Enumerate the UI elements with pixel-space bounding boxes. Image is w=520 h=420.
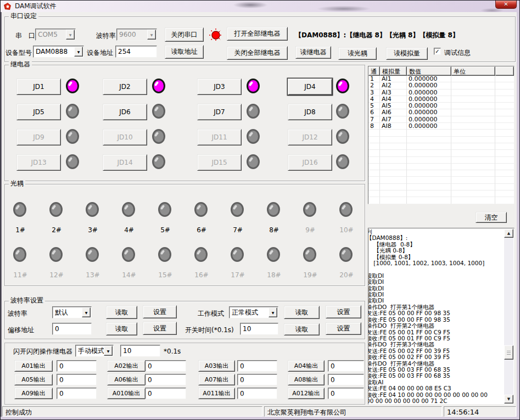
relay-indicator (152, 129, 165, 144)
ao-output-button[interactable]: A09输出 (14, 388, 53, 399)
ao-output-field[interactable] (328, 374, 364, 385)
table-row[interactable]: 6AI60.000000 (368, 109, 514, 116)
ao-output-field[interactable] (328, 388, 364, 399)
table-row[interactable]: 4AI40.000000 (368, 96, 514, 103)
ao-output-field[interactable] (57, 374, 97, 385)
opto-indicator (267, 202, 280, 217)
ao-output-button[interactable]: A04输出 (288, 360, 325, 372)
ao-output-field[interactable] (237, 360, 277, 372)
opto-label: 15# (157, 271, 174, 279)
debug-info-checkbox[interactable]: ✓ (434, 48, 441, 55)
relay-button[interactable]: JD3 (197, 79, 242, 95)
table-row (368, 184, 514, 191)
switch-time-field[interactable] (240, 323, 278, 335)
relay-button[interactable]: JD2 (103, 79, 147, 95)
read-address-button[interactable]: 读取地址 (165, 45, 204, 59)
relay-button[interactable]: JD7 (197, 104, 242, 120)
table-row[interactable]: 3AI30.000000 (368, 89, 514, 96)
ao-output-button[interactable]: A012输出 (288, 388, 325, 399)
set-offset-button[interactable]: 设置 (143, 322, 177, 335)
read-baud-button[interactable]: 读取 (106, 306, 137, 319)
read-switchtime-button[interactable]: 读取 (284, 323, 320, 335)
open-all-relays-button[interactable]: 打开全部继电器 (227, 27, 288, 41)
titlebar[interactable]: DAM调试软件 (1, 1, 519, 12)
ao-output-button[interactable]: A07输出 (198, 374, 235, 385)
read-analog-button[interactable]: 读模拟量 (386, 47, 428, 60)
relay-button[interactable]: JD11 (197, 129, 242, 145)
relay-button[interactable]: JD16 (288, 154, 332, 171)
relay-button[interactable]: JD12 (288, 129, 332, 145)
scroll-down-button[interactable]: ▼ (504, 395, 513, 404)
log-panel[interactable]: 列 【DAM0888】: 【继电器 0-8】 【光耦 0-8】 【模拟量 0-8… (368, 228, 515, 405)
close-button[interactable]: ✕ (495, 0, 517, 9)
ao-output-button[interactable]: A06输出 (107, 374, 146, 385)
ao-output-button[interactable]: A03输出 (198, 360, 235, 372)
table-row[interactable]: 7AI70.000000 (368, 116, 514, 123)
opto-indicator (122, 202, 135, 217)
ao-output-field[interactable] (237, 374, 277, 385)
offset-address-field[interactable] (52, 323, 92, 335)
relay-button[interactable]: JD1 (16, 79, 61, 95)
relay-button[interactable]: JD15 (197, 154, 242, 171)
opto-group-title: 光耦 (9, 180, 25, 187)
relay-button[interactable]: JD4 (288, 79, 332, 95)
table-row[interactable]: 1AI10.000000 (368, 76, 514, 82)
device-model-select[interactable]: DAM0888 ▼ (33, 46, 84, 58)
ao-output-field[interactable] (145, 388, 186, 399)
ao-output-field[interactable] (145, 374, 186, 385)
work-mode-select[interactable]: 正常模式 ▼ (229, 306, 278, 318)
device-model-label: 设备型号 (5, 48, 32, 58)
table-header-cell[interactable] (495, 66, 514, 76)
ao-output-button[interactable]: A011输出 (198, 388, 235, 399)
read-offset-button[interactable]: 读取 (106, 322, 137, 335)
device-address-field[interactable] (115, 46, 157, 58)
ao-output-button[interactable]: A010输出 (107, 388, 146, 399)
relay-button[interactable]: JD14 (103, 154, 147, 171)
table-header-cell[interactable]: 单位 (451, 66, 495, 76)
ao-output-field[interactable] (145, 360, 186, 372)
table-header-cell[interactable]: 模拟量 (380, 66, 407, 76)
close-all-relays-button[interactable]: 关闭全部继电器 (227, 46, 288, 60)
table-header-cell[interactable]: 通 (368, 66, 380, 76)
table-row[interactable]: 5AI50.000000 (368, 103, 514, 109)
read-workmode-button[interactable]: 读取 (284, 306, 320, 319)
relay-button[interactable]: JD13 (16, 154, 61, 171)
ao-output-field[interactable] (328, 360, 364, 372)
relay-button[interactable]: JD8 (288, 104, 332, 120)
table-row[interactable]: 2AI20.000000 (368, 82, 514, 89)
relay-button[interactable]: JD10 (103, 129, 147, 145)
table-row[interactable]: 8AI80.000000 (368, 123, 514, 130)
set-switchtime-button[interactable]: 设置 (326, 322, 361, 335)
ao-output-button[interactable]: A01输出 (14, 360, 53, 372)
flash-mode-select[interactable]: 手动模式 ▼ (75, 345, 114, 357)
ao-output-button[interactable]: A08输出 (288, 374, 325, 385)
clear-log-button[interactable]: 清空 (476, 212, 507, 223)
scroll-up-button[interactable]: ▲ (504, 229, 513, 238)
set-workmode-button[interactable]: 设置 (326, 305, 361, 318)
close-serial-button[interactable]: 关闭串口 (165, 27, 204, 42)
chevron-down-icon: ▼ (82, 307, 91, 317)
read-opto-button[interactable]: 读光耦 (338, 47, 377, 60)
table-header-cell[interactable]: 数值 (407, 66, 451, 76)
ao-output-field[interactable] (57, 388, 97, 399)
device-address-label: 设备地址 (87, 48, 113, 58)
read-relay-button[interactable]: 读继电器 (295, 46, 331, 59)
log-scrollbar[interactable]: ▲ ▼ (504, 229, 513, 404)
baud-rate-select[interactable]: 默认 ▼ (52, 306, 92, 318)
port-select[interactable]: COM5 ▼ (35, 29, 76, 41)
baud-select[interactable]: 9600 ▼ (116, 29, 157, 41)
ao-output-field[interactable] (57, 360, 97, 372)
opto-indicator (339, 247, 353, 262)
table-row (368, 191, 514, 197)
relay-button[interactable]: JD6 (103, 104, 147, 120)
opto-label: 2# (48, 226, 65, 234)
scroll-thumb[interactable] (504, 345, 513, 360)
relay-button[interactable]: JD5 (16, 104, 61, 120)
opto-label: 9# (302, 226, 318, 234)
flash-time-field[interactable] (120, 345, 160, 357)
ao-output-button[interactable]: A02输出 (107, 360, 146, 372)
set-baud-button[interactable]: 设置 (143, 305, 177, 318)
ao-output-field[interactable] (237, 388, 277, 399)
relay-button[interactable]: JD9 (16, 129, 61, 145)
ao-output-button[interactable]: A05输出 (14, 374, 53, 385)
